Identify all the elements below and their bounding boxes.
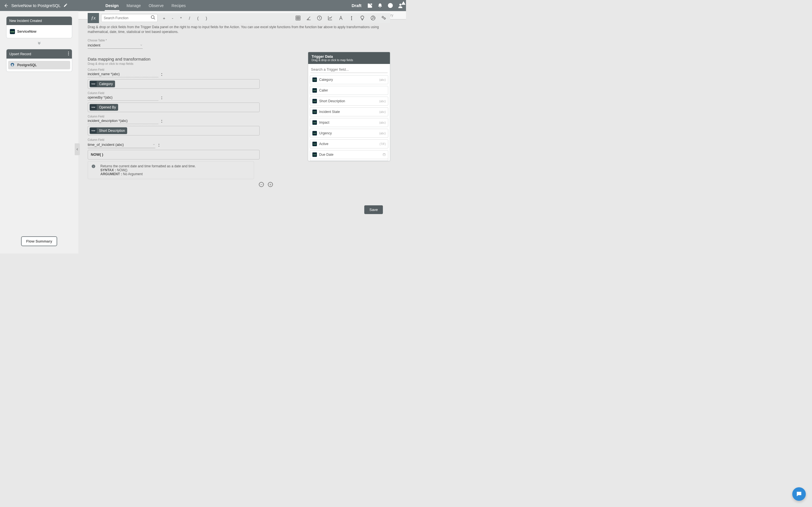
servicenow-logo-icon: now [312, 152, 317, 157]
mapping-dropzone[interactable]: nowCategory [88, 79, 260, 89]
function-search-input[interactable] [101, 16, 149, 20]
mapping-row: Column Field time_of_incident (abc) : NO… [88, 138, 260, 179]
calendar-icon [383, 153, 386, 157]
svg-point-1 [390, 7, 391, 7]
trigger-field-item[interactable]: nowIncident State(abc) [310, 107, 388, 116]
text-fn-icon[interactable] [338, 15, 344, 21]
postgresql-logo-icon [10, 62, 15, 68]
field-chip[interactable]: nowOpened By [90, 104, 118, 111]
op-div[interactable]: / [185, 16, 194, 20]
trigger-app-label: ServiceNow [17, 30, 36, 34]
gears-fn-icon[interactable] [380, 15, 387, 21]
pie-fn-icon[interactable] [370, 15, 376, 21]
field-chip[interactable]: nowCategory [90, 80, 115, 87]
mapping-dropzone[interactable]: nowShort Description [88, 126, 260, 135]
angle-fn-icon[interactable] [306, 15, 312, 21]
trigger-field-item[interactable]: nowImpact(abc) [310, 118, 388, 127]
search-icon[interactable] [149, 15, 157, 21]
op-rparen[interactable]: ) [202, 16, 211, 20]
info-fn-icon[interactable] [349, 15, 355, 21]
save-button[interactable]: Save [364, 205, 383, 214]
op-mult[interactable]: * [177, 16, 185, 20]
svg-point-6 [151, 15, 154, 18]
status-badge: Draft [352, 3, 361, 8]
servicenow-logo-icon: now [312, 131, 317, 135]
user-avatar-icon[interactable] [398, 3, 403, 8]
mapping-row: Column Field incident_description *(abc)… [88, 115, 260, 135]
column-field-value[interactable]: incident_description *(abc) [88, 118, 158, 124]
fx-icon[interactable]: ƒx [88, 13, 99, 23]
chip-source-icon: now [90, 128, 97, 133]
operator-buttons: + - * / ( ) [160, 16, 211, 20]
clock-fn-icon[interactable] [316, 15, 322, 21]
info-icon: i [91, 164, 96, 176]
chip-source-icon: now [90, 81, 97, 87]
column-field-value: time_of_incident (abc) [88, 143, 124, 147]
tab-design[interactable]: Design [101, 0, 123, 11]
edit-title-icon[interactable] [63, 3, 68, 8]
trigger-search-input[interactable] [310, 66, 388, 73]
function-input[interactable]: NOW( ) [88, 150, 260, 159]
trigger-field-name: Category [319, 78, 333, 82]
trigger-field-item-partial [310, 158, 388, 161]
tab-recipes[interactable]: Recipes [167, 0, 190, 11]
trigger-app[interactable]: now ServiceNow [8, 27, 70, 36]
trigger-field-item[interactable]: nowActive(T/F) [310, 139, 388, 149]
choose-table-label: Choose Table * [88, 39, 260, 42]
svg-point-12 [384, 18, 386, 19]
open-external-icon[interactable] [367, 3, 373, 8]
trigger-field-name: Due Date [319, 153, 334, 157]
field-chip[interactable]: nowShort Description [90, 127, 127, 134]
flow-sidebar: New Incident Created now ServiceNow Upse… [0, 11, 79, 253]
tab-manage[interactable]: Manage [123, 0, 145, 11]
back-arrow[interactable] [3, 3, 9, 9]
op-plus[interactable]: + [160, 16, 168, 20]
add-row-button[interactable]: + [268, 182, 273, 187]
action-card-title: Upsert Record [9, 52, 31, 56]
column-field-label: Column Field [88, 115, 260, 118]
servicenow-logo-icon: now [312, 142, 317, 146]
trigger-panel-subtitle: Drag & drop or click to map fields [312, 59, 387, 62]
flow-summary-button[interactable]: Flow Summary [21, 236, 57, 246]
chip-label: Opened By [97, 104, 118, 111]
svg-point-3 [68, 52, 69, 52]
function-search[interactable] [101, 14, 158, 22]
svg-rect-7 [296, 16, 300, 20]
mapping-section-subtitle: Drag & drop or click to map fields [88, 62, 260, 65]
header-tabs: Design Manage Observe Recipes [101, 0, 190, 11]
trigger-field-item[interactable]: nowCategory(abc) [310, 75, 388, 84]
column-field-value[interactable]: incident_name *(abc) [88, 71, 158, 77]
mapping-dropzone[interactable]: nowOpened By [88, 103, 260, 112]
trigger-field-type: (abc) [379, 78, 386, 81]
tab-observe[interactable]: Observe [145, 0, 167, 11]
grid-fn-icon[interactable] [295, 15, 301, 21]
column-field-value[interactable]: openedby *(abc) [88, 95, 158, 101]
trigger-field-item[interactable]: nowCaller [310, 86, 388, 95]
trigger-field-item[interactable]: nowShort Description(abc) [310, 97, 388, 106]
help-icon[interactable] [388, 3, 393, 8]
notifications-icon[interactable] [377, 3, 383, 8]
trigger-field-type: (abc) [379, 132, 386, 135]
trigger-field-type: (abc) [379, 110, 386, 114]
trigger-field-type: (abc) [379, 100, 386, 103]
svg-point-9 [351, 16, 352, 17]
op-minus[interactable]: - [168, 16, 177, 20]
add-remove-controls: − + [259, 182, 406, 187]
chart-fn-icon[interactable] [327, 15, 333, 21]
function-category-icons [295, 15, 390, 21]
action-card-menu-icon[interactable] [68, 52, 69, 56]
action-card[interactable]: Upsert Record PostgreSQL [6, 49, 72, 71]
help-syntax-label: SYNTAX : [100, 168, 116, 172]
op-lparen[interactable]: ( [194, 16, 202, 20]
trigger-card-title: New Incident Created [6, 17, 72, 25]
user-warning-icon [402, 1, 405, 6]
trigger-card[interactable]: New Incident Created now ServiceNow [6, 17, 72, 38]
servicenow-logo-icon: now [312, 77, 317, 82]
action-app[interactable]: PostgreSQL [8, 61, 70, 69]
column-field-select[interactable]: time_of_incident (abc) [88, 142, 155, 148]
remove-row-button[interactable]: − [259, 182, 264, 187]
trigger-field-item[interactable]: nowUrgency(abc) [310, 129, 388, 138]
choose-table-select[interactable]: incident [88, 42, 143, 49]
idea-fn-icon[interactable] [359, 15, 365, 21]
svg-point-2 [400, 4, 402, 6]
